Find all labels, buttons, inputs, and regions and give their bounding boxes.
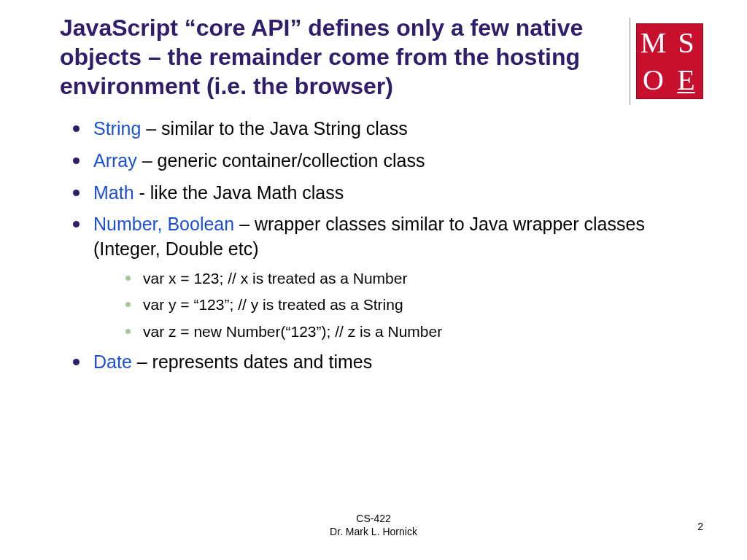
keyword: Math — [93, 182, 134, 203]
list-item: Number, Boolean – wrapper classes simila… — [73, 212, 703, 343]
item-text: – similar to the Java String class — [141, 118, 407, 139]
footer: CS-422 Dr. Mark L. Hornick — [0, 512, 747, 538]
page-number: 2 — [697, 521, 703, 532]
keyword: String — [93, 118, 141, 139]
slide: JavaScript “core API” defines only a few… — [0, 0, 747, 560]
keyword: Number, Boolean — [93, 214, 234, 234]
keyword: Array — [93, 150, 137, 171]
content: String – similar to the Java String clas… — [60, 117, 703, 375]
list-item: Array – generic container/collection cla… — [73, 149, 703, 174]
logo-letter-e: E — [670, 61, 703, 98]
sub-list: var x = 123; // x is treated as a Number… — [93, 268, 703, 343]
item-text: – generic container/collection class — [137, 150, 425, 171]
footer-course: CS-422 — [0, 512, 747, 525]
footer-author: Dr. Mark L. Hornick — [0, 525, 747, 538]
sub-list-item: var z = new Number(“123”); // z is a Num… — [125, 321, 703, 343]
logo-letter-o: O — [637, 61, 670, 98]
list-item: String – similar to the Java String clas… — [73, 117, 703, 141]
slide-title: JavaScript “core API” defines only a few… — [60, 13, 615, 101]
header-row: JavaScript “core API” defines only a few… — [60, 13, 703, 105]
logo-letter-m: M — [637, 24, 670, 61]
item-text: – represents dates and times — [132, 351, 372, 372]
bullet-list: String – similar to the Java String clas… — [60, 117, 703, 375]
logo-wrap: M S O E — [630, 18, 703, 105]
logo-letter-s: S — [670, 24, 703, 61]
list-item: Date – represents dates and times — [73, 350, 703, 375]
keyword: Date — [93, 351, 132, 372]
sub-list-item: var y = “123”; // y is treated as a Stri… — [125, 294, 703, 316]
list-item: Math - like the Java Math class — [73, 181, 703, 206]
item-text: - like the Java Math class — [134, 182, 344, 203]
divider-line — [630, 18, 630, 105]
sub-list-item: var x = 123; // x is treated as a Number — [125, 268, 703, 289]
msoe-logo: M S O E — [636, 23, 703, 99]
